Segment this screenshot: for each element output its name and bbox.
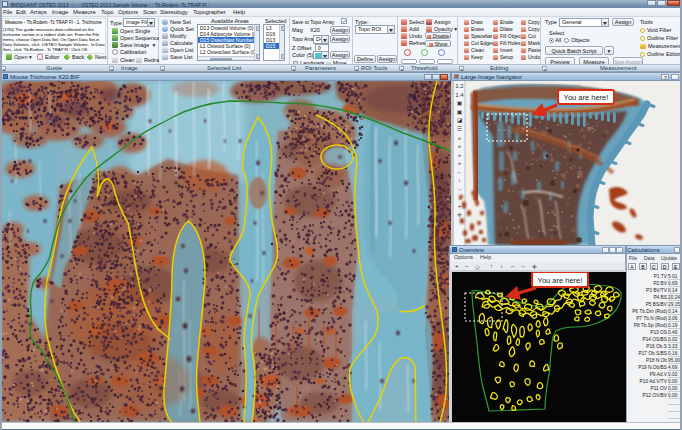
svg-text:▣: ▣ [457, 109, 463, 115]
svg-text:◪: ◪ [457, 117, 463, 123]
svg-text:↑: ↑ [458, 178, 461, 184]
svg-text:You are here!: You are here! [538, 276, 583, 285]
svg-text:→: → [457, 186, 463, 192]
svg-text:←: ← [457, 169, 463, 175]
svg-text:+: + [458, 203, 462, 209]
svg-text:✛: ✛ [457, 212, 462, 218]
svg-text:1:2: 1:2 [455, 83, 464, 89]
svg-text:☰: ☰ [457, 126, 462, 132]
svg-text:You are here!: You are here! [564, 93, 609, 102]
svg-text:▣: ▣ [457, 100, 463, 106]
svg-text:1:4: 1:4 [455, 92, 464, 98]
